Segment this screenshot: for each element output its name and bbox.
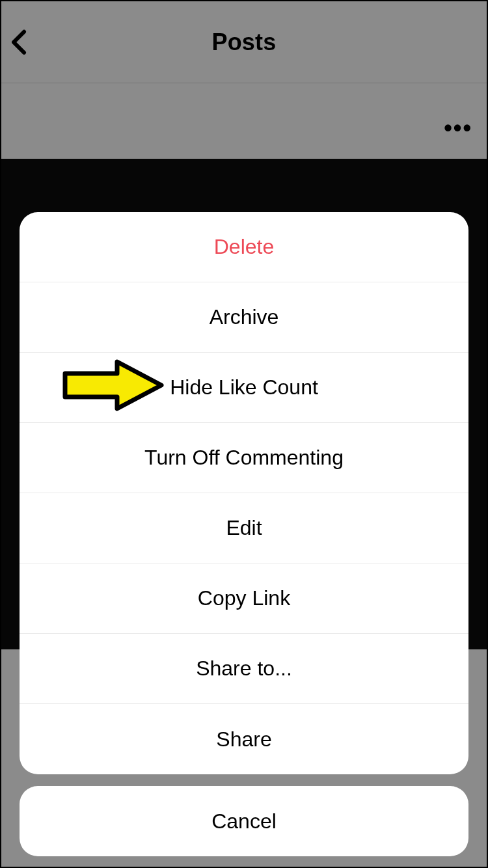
action-turn-off-commenting[interactable]: Turn Off Commenting [20,423,468,493]
cancel-button[interactable]: Cancel [20,786,468,856]
action-archive[interactable]: Archive [20,282,468,353]
screen: Posts ••• Delete Archive Hi [0,0,488,868]
action-hide-like-count[interactable]: Hide Like Count [20,353,468,423]
action-copy-link[interactable]: Copy Link [20,563,468,634]
action-label: Hide Like Count [170,375,318,400]
action-sheet: Delete Archive Hide Like Count Turn Off … [20,212,468,856]
action-edit[interactable]: Edit [20,493,468,563]
action-label: Archive [210,305,279,329]
action-share[interactable]: Share [20,704,468,774]
svg-marker-0 [65,362,161,409]
cancel-label: Cancel [211,809,277,834]
action-label: Share to... [196,657,292,681]
action-label: Share [216,727,271,752]
action-delete[interactable]: Delete [20,212,468,282]
action-label: Edit [226,516,262,540]
action-label: Turn Off Commenting [144,446,344,470]
action-share-to[interactable]: Share to... [20,634,468,704]
action-sheet-options: Delete Archive Hide Like Count Turn Off … [20,212,468,774]
action-label: Copy Link [198,586,290,610]
action-label: Delete [214,235,275,259]
highlight-arrow-icon [61,358,165,418]
